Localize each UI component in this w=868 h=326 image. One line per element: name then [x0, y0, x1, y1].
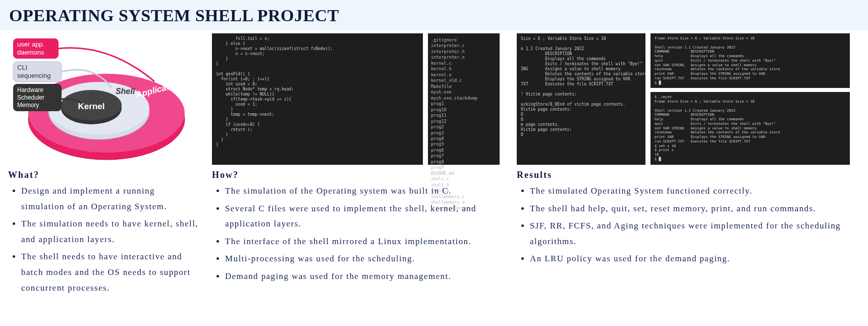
heading-how: How?	[212, 170, 505, 180]
results-figures: Size = 6 ; Variable Store Size = 10 n 1.…	[517, 33, 864, 165]
diagram-wrap: Kernel Shell Application user app. daemo…	[8, 33, 200, 165]
code-editor-pane: fsll.tail = n; } else { n->next = malloc…	[212, 33, 423, 165]
terminal-output-top: Frame Store Size = 6 ; Variable Store Si…	[650, 33, 850, 88]
callout-hw-line2: Scheduler	[17, 94, 44, 101]
heading-what: What?	[8, 170, 200, 180]
callout-hw-line1: Hardware	[17, 86, 43, 94]
title-bar: OPERATING SYSTEM SHELL PROJECT	[0, 0, 868, 30]
results-item: An LRU policy was used for the demand pa…	[530, 251, 864, 267]
callout-hw-line3: Memory	[17, 102, 39, 109]
terminal-output-right-stack: Frame Store Size = 6 ; Variable Store Si…	[650, 33, 850, 165]
callout-userapp-line2: daemons	[17, 49, 44, 56]
list-how: The simulation of the Operating system w…	[214, 181, 505, 287]
page: OPERATING SYSTEM SHELL PROJECT Kernel Sh…	[0, 0, 868, 326]
how-figures: fsll.tail = n; } else { n->next = malloc…	[212, 33, 505, 165]
how-item: Demand paging was used for the memory ma…	[225, 269, 505, 285]
columns: Kernel Shell Application user app. daemo…	[0, 30, 868, 298]
terminal-output-left: Size = 6 ; Variable Store Size = 10 n 1.…	[517, 33, 645, 165]
column-how: fsll.tail = n; } else { n->next = malloc…	[212, 33, 505, 298]
what-item: Design and implement a running simulatio…	[21, 183, 200, 214]
terminal-output-bottom: $ ./mysh Frame Store Size = 6 ; Variable…	[650, 92, 850, 164]
how-item: Several C files were used to implement t…	[225, 201, 505, 232]
page-title: OPERATING SYSTEM SHELL PROJECT	[9, 6, 859, 25]
ring-label-shell: Shell	[116, 87, 135, 96]
callout-cli-line1: CLI	[17, 64, 27, 71]
results-item: SJF, RR, FCFS, and Aging techniques were…	[530, 218, 864, 249]
how-item: The simulation of the Operating system w…	[225, 183, 505, 199]
os-layers-diagram: Kernel Shell Application user app. daemo…	[8, 33, 190, 165]
list-results: The simulated Operating System functione…	[519, 181, 864, 269]
file-tree-pane: .gitignore interpreter.c interpreter.h i…	[428, 33, 500, 165]
results-item: The simulated Operating System functione…	[530, 183, 864, 199]
how-item: Multi-processing was used for the schedu…	[225, 251, 505, 267]
list-what: Design and implement a running simulatio…	[10, 181, 200, 298]
callout-cli-line2: sequencing	[17, 72, 51, 79]
callout-userapp-line1: user app.	[17, 40, 44, 48]
results-item: The shell had help, quit, set, reset mem…	[530, 201, 864, 217]
what-item: The shell needs to have interactive and …	[21, 249, 200, 296]
how-item: The interface of the shell mirrored a Li…	[225, 234, 505, 250]
column-what: Kernel Shell Application user app. daemo…	[8, 33, 200, 298]
column-results: Size = 6 ; Variable Store Size = 10 n 1.…	[517, 33, 864, 298]
what-item: The simulation needs to have kernel, she…	[21, 216, 200, 247]
heading-results: Results	[517, 170, 864, 180]
